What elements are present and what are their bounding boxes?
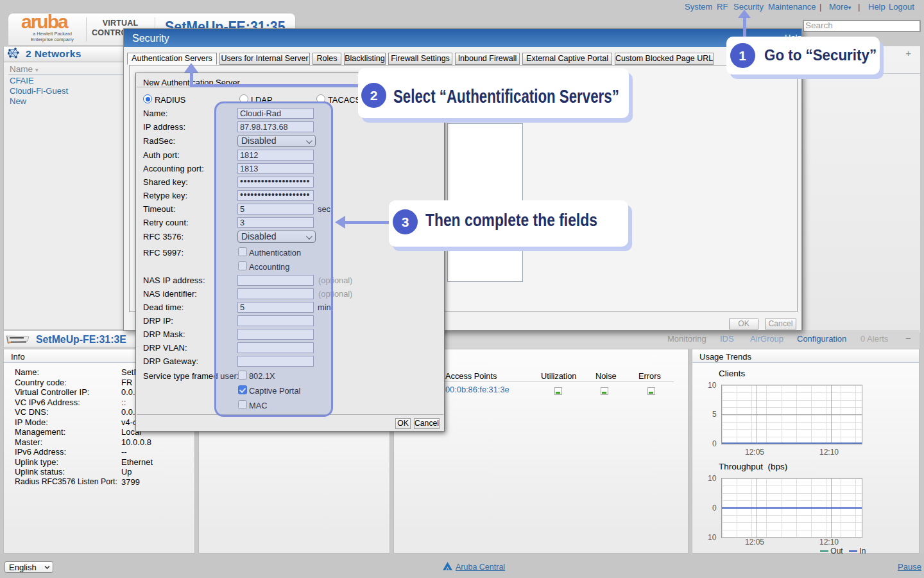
svg-text:aruba: aruba — [21, 13, 69, 31]
